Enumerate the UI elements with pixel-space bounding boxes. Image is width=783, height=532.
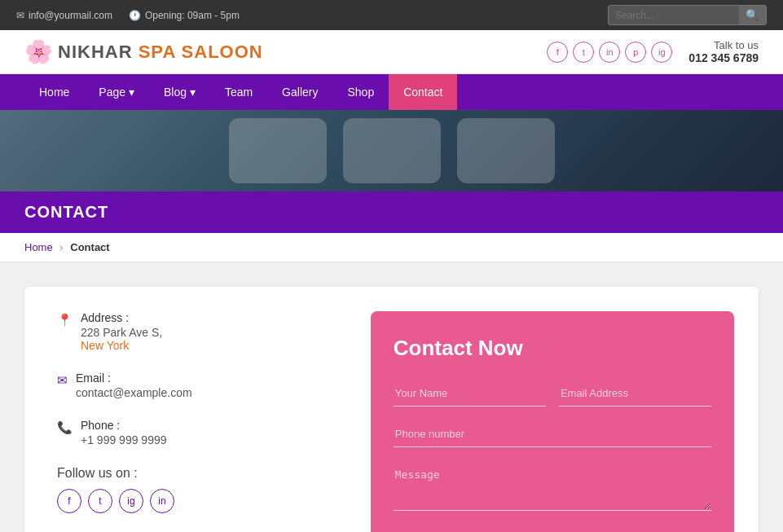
social-instagram-icon[interactable]: ig [651, 42, 672, 63]
hero-shape-3 [457, 118, 555, 183]
phone-info-icon: 📞 [57, 420, 73, 435]
topbar-email: ✉ info@yourmail.com [16, 10, 112, 21]
email-value: contact@example.com [76, 386, 192, 399]
form-title: Contact Now [394, 336, 711, 361]
contact-card: 📍 Address : 228 Park Ave S, New York ✉ E… [24, 287, 759, 532]
logo-text: NIKHAR SPA SALOON [58, 42, 263, 63]
address-value: 228 Park Ave S, New York [81, 326, 162, 352]
follow-instagram-icon[interactable]: ig [119, 489, 143, 513]
navbar: Home Page ▾ Blog ▾ Team Gallery Shop Con… [0, 74, 783, 110]
hero-shape-1 [229, 118, 327, 183]
message-input[interactable] [394, 462, 711, 511]
address-label: Address : [81, 311, 162, 324]
topbar-left: ✉ info@yourmail.com 🕐 Opening: 09am - 5p… [16, 10, 240, 21]
breadcrumb-separator: › [59, 241, 63, 253]
breadcrumb-home[interactable]: Home [24, 241, 53, 253]
logo-icon: 🌸 [24, 38, 53, 65]
message-field-wrapper [394, 462, 711, 511]
logo-brand1: NIKHAR [58, 42, 133, 62]
hero-shape-2 [343, 118, 441, 183]
page-title: CONTACT [24, 203, 759, 222]
follow-twitter-icon[interactable]: t [88, 489, 112, 513]
social-pinterest-icon[interactable]: p [625, 42, 646, 63]
hero-content [0, 118, 783, 183]
email-icon: ✉ [16, 10, 24, 21]
name-field [394, 380, 546, 407]
breadcrumb: Home › Contact [0, 233, 783, 262]
name-input[interactable] [394, 380, 546, 407]
nav-page[interactable]: Page ▾ [84, 74, 149, 110]
topbar-search-box: 🔍 [608, 5, 767, 25]
social-facebook-icon[interactable]: f [547, 42, 568, 63]
social-linkedin-icon[interactable]: in [599, 42, 620, 63]
topbar-hours: 🕐 Opening: 09am - 5pm [129, 10, 240, 21]
address-row: 📍 Address : 228 Park Ave S, New York [57, 311, 346, 352]
follow-title: Follow us on : [57, 466, 346, 481]
contact-info-section: 📍 Address : 228 Park Ave S, New York ✉ E… [57, 311, 346, 532]
contact-phone-block: Talk to us 012 345 6789 [688, 39, 759, 64]
phone-field-wrapper [394, 421, 711, 447]
header: 🌸 NIKHAR SPA SALOON f t in p ig Talk to … [0, 30, 783, 74]
follow-section: Follow us on : f t ig in [57, 466, 346, 513]
search-input[interactable] [609, 7, 739, 24]
main-content: 📍 Address : 228 Park Ave S, New York ✉ E… [0, 262, 783, 532]
phone-label: Phone : [81, 419, 167, 432]
email-block: Email : contact@example.com [76, 372, 192, 399]
header-right: f t in p ig Talk to us 012 345 6789 [547, 39, 759, 64]
follow-linkedin-icon[interactable]: in [150, 489, 174, 513]
address-block: Address : 228 Park Ave S, New York [81, 311, 162, 352]
follow-facebook-icon[interactable]: f [57, 489, 81, 513]
breadcrumb-current: Contact [70, 241, 109, 253]
logo: 🌸 NIKHAR SPA SALOON [24, 38, 263, 65]
phone-row: 📞 Phone : +1 999 999 9999 [57, 419, 346, 446]
phone-block: Phone : +1 999 999 9999 [81, 419, 167, 446]
email-label: Email : [76, 372, 192, 385]
email-input[interactable] [559, 380, 711, 407]
email-info-icon: ✉ [57, 373, 68, 388]
header-social-icons: f t in p ig [547, 42, 672, 63]
phone-number: 012 345 6789 [688, 51, 759, 64]
nav-team[interactable]: Team [210, 74, 267, 110]
email-row: ✉ Email : contact@example.com [57, 372, 346, 399]
nav-blog[interactable]: Blog ▾ [149, 74, 210, 110]
nav-shop[interactable]: Shop [332, 74, 389, 110]
topbar: ✉ info@yourmail.com 🕐 Opening: 09am - 5p… [0, 0, 783, 30]
page-title-bar: CONTACT [0, 191, 783, 233]
nav-home[interactable]: Home [24, 74, 84, 110]
social-twitter-icon[interactable]: t [573, 42, 594, 63]
nav-gallery[interactable]: Gallery [267, 74, 332, 110]
talk-label: Talk to us [688, 39, 759, 51]
nav-contact[interactable]: Contact [389, 74, 457, 110]
email-field [559, 380, 711, 407]
contact-form-box: Contact Now Shop now! [371, 311, 734, 532]
hero-banner [0, 110, 783, 191]
map-pin-icon: 📍 [57, 313, 73, 328]
form-row-name-email [394, 380, 711, 407]
clock-icon: 🕐 [129, 10, 141, 21]
phone-input[interactable] [394, 421, 711, 447]
logo-brand2: SPA SALOON [133, 42, 263, 62]
follow-icons: f t ig in [57, 489, 346, 513]
phone-value: +1 999 999 9999 [81, 433, 167, 446]
search-button[interactable]: 🔍 [739, 6, 766, 24]
